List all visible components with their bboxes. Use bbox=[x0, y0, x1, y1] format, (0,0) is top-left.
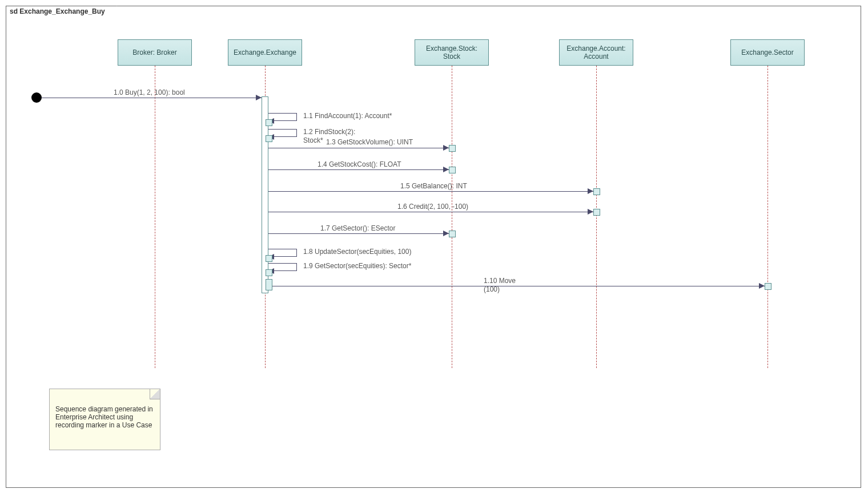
lifeline-broker-label: Broker: Broker bbox=[132, 49, 176, 56]
label-1-8: 1.8 UpdateSector(secEquities, 100) bbox=[303, 248, 411, 256]
message-1-0 bbox=[42, 98, 262, 98]
lifeline-exchange-label: Exchange.Exchange bbox=[234, 49, 296, 56]
exec-1-4 bbox=[449, 167, 456, 173]
lifeline-account[interactable]: Exchange.Account: Account bbox=[559, 39, 633, 66]
lifeline-account-label: Exchange.Account: Account bbox=[562, 45, 630, 60]
label-1-2a: 1.2 FindStock(2): bbox=[303, 128, 355, 136]
lifeline-sector-label: Exchange.Sector bbox=[741, 49, 793, 56]
label-1-2b: Stock* bbox=[303, 136, 323, 144]
message-1-5 bbox=[268, 191, 593, 192]
exec-1-5 bbox=[593, 188, 600, 195]
arrow-1-3 bbox=[443, 145, 449, 151]
lifeline-stock-label: Exchange.Stock: Stock bbox=[417, 45, 486, 60]
exec-1-7 bbox=[449, 231, 456, 237]
note-text: Sequence diagram generated in Enterprise… bbox=[55, 405, 153, 429]
label-1-10a: 1.10 Move bbox=[484, 277, 516, 285]
exec-1-3 bbox=[449, 145, 456, 152]
start-node-icon bbox=[31, 92, 42, 103]
lifeline-broker-line bbox=[155, 66, 155, 368]
diagram-note: Sequence diagram generated in Enterprise… bbox=[49, 389, 160, 450]
exec-1-2 bbox=[266, 135, 272, 142]
arrow-1-0 bbox=[256, 95, 262, 100]
message-1-6 bbox=[268, 212, 593, 212]
label-1-3: 1.3 GetStockVolume(): UINT bbox=[326, 138, 413, 146]
lifeline-broker[interactable]: Broker: Broker bbox=[118, 39, 192, 66]
exec-1-10 bbox=[765, 283, 771, 290]
note-fold-icon bbox=[150, 389, 160, 399]
frame-title: sd Exchange_Exchange_Buy bbox=[10, 7, 105, 15]
message-1-3 bbox=[268, 148, 449, 148]
label-1-5: 1.5 GetBalance(): INT bbox=[400, 182, 467, 190]
exec-1-6 bbox=[593, 209, 600, 216]
message-1-10 bbox=[272, 286, 765, 286]
frame-title-tab: sd Exchange_Exchange_Buy bbox=[6, 6, 117, 18]
arrow-1-10 bbox=[759, 283, 765, 289]
message-1-4 bbox=[268, 169, 449, 170]
message-1-7 bbox=[268, 233, 449, 234]
lifeline-sector-line bbox=[767, 66, 768, 368]
exec-1-8 bbox=[266, 255, 272, 262]
lifeline-exchange[interactable]: Exchange.Exchange bbox=[228, 39, 302, 66]
arrow-1-5 bbox=[588, 188, 593, 194]
label-1-10b: (100) bbox=[484, 285, 500, 293]
label-1-0: 1.0 Buy(1, 2, 100): bool bbox=[114, 88, 185, 96]
lifeline-stock[interactable]: Exchange.Stock: Stock bbox=[415, 39, 489, 66]
exec-1-9 bbox=[266, 269, 272, 276]
label-1-6: 1.6 Credit(2, 100, -100) bbox=[397, 203, 468, 211]
exec-1-10-src bbox=[266, 279, 272, 290]
arrow-1-4 bbox=[443, 167, 449, 172]
exec-1-1 bbox=[266, 119, 272, 126]
label-1-7: 1.7 GetSector(): ESector bbox=[320, 224, 395, 232]
label-1-9: 1.9 GetSector(secEquities): Sector* bbox=[303, 262, 411, 270]
arrow-1-7 bbox=[443, 231, 449, 236]
lifeline-sector[interactable]: Exchange.Sector bbox=[730, 39, 805, 66]
arrow-1-6 bbox=[588, 209, 593, 215]
label-1-1: 1.1 FindAccount(1): Account* bbox=[303, 112, 392, 120]
sequence-diagram-frame: sd Exchange_Exchange_Buy Broker: Broker … bbox=[6, 6, 861, 488]
lifeline-account-line bbox=[596, 66, 597, 368]
label-1-4: 1.4 GetStockCost(): FLOAT bbox=[318, 160, 401, 168]
lifeline-stock-line bbox=[452, 66, 452, 368]
